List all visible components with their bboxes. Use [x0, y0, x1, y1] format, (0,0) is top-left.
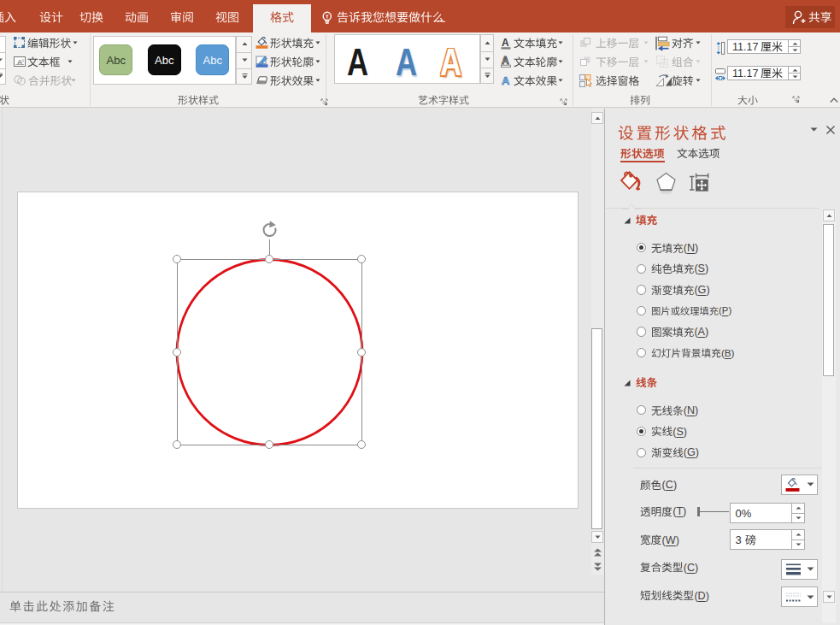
svg-text:A: A	[17, 57, 22, 66]
svg-text:A: A	[502, 74, 510, 87]
svg-text:A: A	[502, 37, 509, 49]
